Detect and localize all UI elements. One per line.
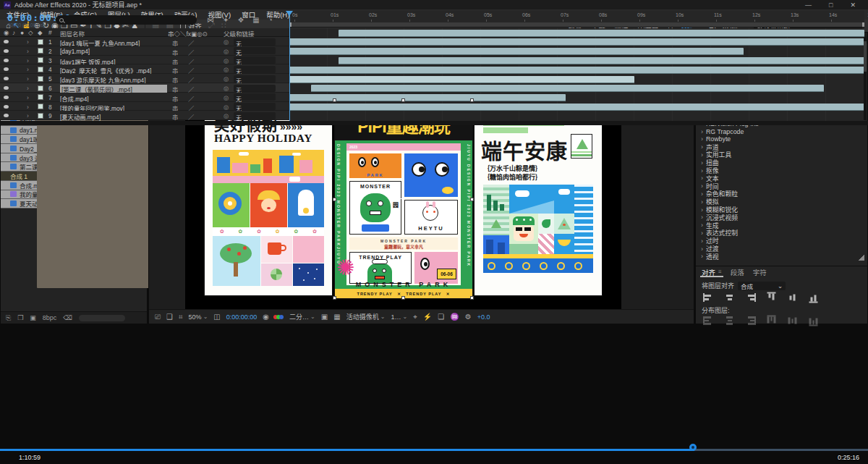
eye-icon[interactable] <box>4 40 9 43</box>
timeline-layer-row[interactable]: ›7[合成.mp4]串／◎无⌄ <box>0 93 289 102</box>
resolution-select[interactable]: 二分… <box>289 312 315 321</box>
zoom-select[interactable]: 50% <box>189 313 208 321</box>
timeline-layer-row[interactable]: ›1[day1 嗨玩一夏 九鱼Ann.mp4]串／◎无⌄ <box>0 37 289 46</box>
pickwhip-icon[interactable]: ◎ <box>224 85 229 92</box>
distribute-button-c[interactable] <box>724 316 735 325</box>
timeline-layer-row[interactable]: ›9[夏天动画.mp4]串／◎无⌄ <box>0 111 289 120</box>
pickwhip-icon[interactable]: ◎ <box>224 94 229 101</box>
distribute-button-m[interactable] <box>788 316 797 326</box>
project-item[interactable]: 合成 1 <box>1 172 147 181</box>
eye-icon[interactable] <box>4 86 9 90</box>
layer-duration-bar[interactable] <box>289 67 864 74</box>
draft-3d-icon[interactable]: ✦ <box>223 16 229 24</box>
align-button-t[interactable] <box>767 292 776 303</box>
timeline-layer-row[interactable]: ›2[day1.mp4]串／◎无⌄ <box>0 46 289 56</box>
effects-category[interactable]: ›实用工具 <box>696 151 864 159</box>
player-playhead-knob[interactable] <box>689 444 697 451</box>
parent-select[interactable]: 无⌄ <box>234 56 276 64</box>
minimize-button[interactable]: — <box>805 1 812 9</box>
pickwhip-icon[interactable]: ◎ <box>224 38 229 46</box>
label-swatch[interactable] <box>38 113 43 119</box>
interpret-footage-icon[interactable]: ⎘ <box>6 314 11 322</box>
selection-handle[interactable] <box>470 198 474 201</box>
align-button-r[interactable] <box>745 293 756 302</box>
pickwhip-icon[interactable]: ◎ <box>224 57 229 64</box>
close-button[interactable]: ✕ <box>850 1 856 9</box>
expand-chevron-icon[interactable]: › <box>27 104 29 111</box>
motion-blur-icon[interactable]: ▦ <box>252 16 259 24</box>
distribute-button-t[interactable] <box>767 316 776 326</box>
ruler-grid-icon[interactable]: ◫ <box>213 313 220 321</box>
timeline-layer-row[interactable]: ›4[Day2_摩天轮_雪凡《优秀》.mp4]串／◎无⌄ <box>0 64 289 74</box>
label-swatch[interactable] <box>38 67 43 72</box>
expand-chevron-icon[interactable]: › <box>27 66 29 73</box>
viewer-timecode[interactable]: 0:00:00:00 <box>226 313 258 321</box>
effects-category[interactable]: ›表达式控制 <box>696 229 864 237</box>
poster-dragon-boat[interactable]: DRAGON BOAT FESTIVAL 端午安康 ｛万水千山粽是情｝ ｛糖馅肉… <box>475 104 602 295</box>
pickwhip-icon[interactable]: ◎ <box>224 112 229 119</box>
magnification-icon[interactable]: ❑ <box>166 313 173 321</box>
new-folder-icon[interactable]: ❒ <box>17 314 23 321</box>
quality-switch-icon[interactable]: 串 <box>172 112 178 121</box>
parent-select[interactable]: 无⌄ <box>234 38 276 46</box>
poster-pipi-trendy-play[interactable]: TRENDY PLAY ✕ TRENDY PLAY ✕ PIPI童趣潮玩 DES… <box>335 101 472 298</box>
selection-handle[interactable] <box>333 198 336 201</box>
expand-chevron-icon[interactable]: › <box>27 94 29 101</box>
parent-select[interactable]: 无⌄ <box>234 66 276 73</box>
selection-handle[interactable] <box>333 98 336 102</box>
tab-align[interactable]: 对齐≡ <box>700 266 723 277</box>
distribute-button-r[interactable] <box>745 316 756 325</box>
timeline-layer-row[interactable]: ›5[day3 游乐摩天轮 九鱼Ann.mp4]串／◎无⌄ <box>0 74 289 83</box>
layer-duration-bar[interactable] <box>289 48 744 55</box>
eye-icon[interactable] <box>4 105 9 109</box>
timeline-scrollbar[interactable] <box>864 37 867 120</box>
layer-duration-bar[interactable] <box>289 104 864 111</box>
exposure-value[interactable]: +0.0 <box>477 313 490 321</box>
layer-duration-bar[interactable] <box>289 94 566 101</box>
region-of-interest-icon[interactable]: ▣ <box>321 313 328 321</box>
selection-handle[interactable] <box>470 98 474 102</box>
layer-duration-bar[interactable] <box>289 38 864 46</box>
pixel-aspect-icon[interactable]: ⌖ <box>413 313 417 321</box>
label-swatch[interactable] <box>38 76 43 82</box>
expand-chevron-icon[interactable]: › <box>27 112 29 119</box>
expand-chevron-icon[interactable]: › <box>27 57 29 64</box>
layer-duration-bar[interactable] <box>311 85 824 92</box>
label-swatch[interactable] <box>38 104 43 109</box>
flowchart-icon[interactable]: ♒ <box>450 313 459 321</box>
pickwhip-icon[interactable]: ◎ <box>224 75 229 83</box>
fast-preview-icon[interactable]: ⚡ <box>423 313 432 321</box>
effects-category[interactable]: ›RG Trapcode <box>696 127 864 135</box>
parent-select[interactable]: 无⌄ <box>234 47 276 54</box>
timeline-layer-row[interactable]: ›3[day1端午 饭饭.mp4]串／◎无⌄ <box>0 56 289 65</box>
layer-duration-bar[interactable] <box>339 57 864 64</box>
tab-paragraph[interactable]: 段落 <box>729 266 746 277</box>
selection-handle[interactable] <box>401 98 405 102</box>
snapshot-icon[interactable]: ◉ <box>263 313 269 321</box>
anchor-point[interactable] <box>400 195 407 202</box>
maximize-button[interactable]: □ <box>829 1 833 9</box>
label-swatch[interactable] <box>38 39 43 45</box>
work-area-bar[interactable] <box>289 22 864 27</box>
selection-handle[interactable] <box>470 296 474 300</box>
new-composition-icon[interactable]: ▣ <box>30 314 36 321</box>
mask-visibility-icon[interactable]: ⌗ <box>179 313 183 321</box>
timeline-search[interactable] <box>56 15 197 25</box>
layer-duration-bar[interactable] <box>339 30 864 37</box>
label-swatch[interactable] <box>38 85 43 91</box>
expand-chevron-icon[interactable]: › <box>27 48 29 55</box>
label-swatch[interactable] <box>38 48 43 54</box>
channels-icon[interactable] <box>275 315 284 319</box>
eye-icon[interactable] <box>4 96 9 99</box>
parent-select[interactable]: 无⌄ <box>234 93 276 101</box>
expand-chevron-icon[interactable]: › <box>27 38 29 46</box>
transparency-grid-icon[interactable]: ▦ <box>333 313 340 321</box>
effects-category[interactable]: ›抠像 <box>696 166 864 174</box>
distribute-button-l[interactable] <box>703 316 714 325</box>
pickwhip-icon[interactable]: ◎ <box>224 48 229 55</box>
footer-scrollbar[interactable] <box>79 315 125 321</box>
pickwhip-icon[interactable]: ◎ <box>224 66 229 73</box>
resize-grip[interactable] <box>858 254 864 261</box>
parent-select[interactable]: 无⌄ <box>234 75 276 83</box>
layer-duration-bar[interactable] <box>289 76 634 83</box>
